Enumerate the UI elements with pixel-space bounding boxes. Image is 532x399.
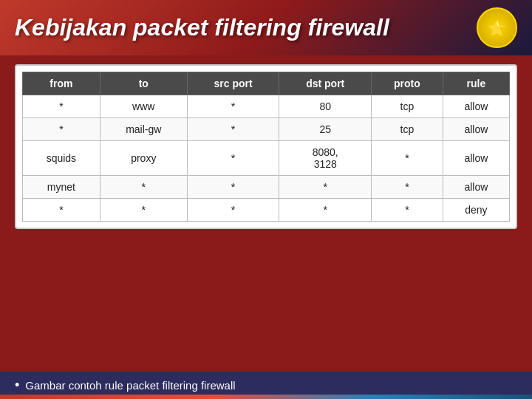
cell-r1-c3: 25 [279, 118, 372, 141]
table-row: *****deny [23, 199, 510, 222]
cell-r1-c2: * [187, 118, 279, 141]
cell-r1-c4: tcp [372, 118, 443, 141]
cell-r3-c3: * [279, 176, 372, 199]
cell-r4-c1: * [100, 199, 187, 222]
cell-r0-c0: * [23, 95, 100, 118]
cell-r0-c1: www [100, 95, 187, 118]
cell-r0-c5: allow [443, 95, 509, 118]
cell-r2-c2: * [187, 141, 279, 176]
footer-bullet: • [15, 378, 19, 393]
cell-r2-c3: 8080, 3128 [279, 141, 372, 176]
header: Kebijakan packet filtering firewall [0, 0, 532, 55]
page-title: Kebijakan packet filtering firewall [15, 14, 389, 41]
cell-r2-c4: * [372, 141, 443, 176]
cell-r4-c4: * [372, 199, 443, 222]
cell-r4-c0: * [23, 199, 100, 222]
cell-r3-c2: * [187, 176, 279, 199]
cell-r3-c4: * [372, 176, 443, 199]
table-header-row: from to src port dst port proto rule [23, 72, 510, 95]
cell-r4-c2: * [187, 199, 279, 222]
table-row: *www*80tcpallow [23, 95, 510, 118]
cell-r0-c4: tcp [372, 95, 443, 118]
col-dst-port: dst port [279, 72, 372, 95]
cell-r2-c1: proxy [100, 141, 187, 176]
cell-r4-c3: * [279, 199, 372, 222]
cell-r4-c5: deny [443, 199, 509, 222]
main-content: from to src port dst port proto rule *ww… [0, 55, 532, 372]
cell-r3-c5: allow [443, 176, 509, 199]
cell-r3-c0: mynet [23, 176, 100, 199]
table-row: squidsproxy*8080, 3128*allow [23, 141, 510, 176]
table-row: mynet****allow [23, 176, 510, 199]
firewall-table: from to src port dst port proto rule *ww… [22, 72, 510, 222]
col-to: to [100, 72, 187, 95]
cell-r3-c1: * [100, 176, 187, 199]
col-rule: rule [443, 72, 509, 95]
cell-r2-c0: squids [23, 141, 100, 176]
slide: 0101 0101 100 Kebijakan packet filtering… [0, 0, 532, 399]
cell-r0-c2: * [187, 95, 279, 118]
cell-r0-c3: 80 [279, 95, 372, 118]
cell-r2-c5: allow [443, 141, 509, 176]
cell-r1-c5: allow [443, 118, 509, 141]
logo [477, 7, 517, 48]
cell-r1-c0: * [23, 118, 100, 141]
col-proto: proto [372, 72, 443, 95]
cell-r1-c1: mail-gw [100, 118, 187, 141]
col-from: from [23, 72, 100, 95]
footer-text: Gambar contoh rule packet filtering fire… [25, 379, 235, 392]
col-src-port: src port [187, 72, 279, 95]
footer: • Gambar contoh rule packet filtering fi… [0, 372, 532, 399]
table-row: *mail-gw*25tcpallow [23, 118, 510, 141]
table-container: from to src port dst port proto rule *ww… [15, 64, 517, 229]
footer-bar [0, 395, 532, 399]
